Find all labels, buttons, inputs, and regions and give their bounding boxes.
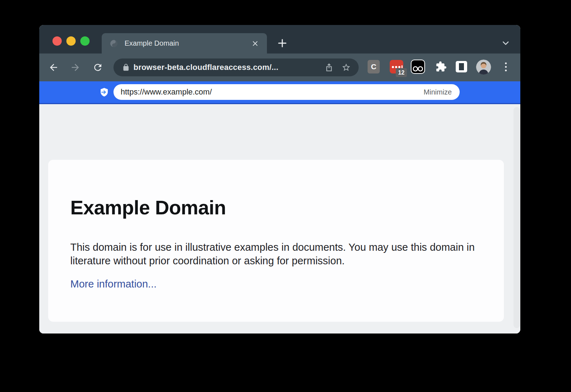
kebab-icon [505,62,507,64]
side-panel-button[interactable] [456,61,467,72]
reload-button[interactable] [92,62,103,73]
browser-menu-button[interactable] [500,60,511,73]
black-circles-extension-button[interactable] [411,60,425,74]
puzzle-icon [435,61,447,72]
extension-c-label: C [371,62,376,71]
forward-button[interactable] [70,62,81,73]
new-tab-button[interactable] [276,37,289,50]
tab-close-icon[interactable] [251,40,259,47]
extension-badge: 12 [396,68,407,77]
address-bar[interactable]: browser-beta.cloudflareaccess.com/... [113,58,359,76]
isolation-address-pill: Minimize [113,84,460,100]
avatar-photo [476,60,491,75]
back-button[interactable] [48,62,59,73]
bookmark-star-icon[interactable] [342,63,351,72]
password-manager-extension-button[interactable]: 12 [390,60,403,73]
page-viewport: Example Domain This domain is for use in… [39,104,520,334]
browser-window: Example Domain [39,25,520,334]
tab-example-domain[interactable]: Example Domain [102,33,267,54]
lock-icon [122,63,130,71]
shield-arrow-icon [99,87,110,98]
page-title: Example Domain [70,196,479,219]
isolation-url-bar: Minimize [39,81,520,104]
more-information-link[interactable]: More information... [70,278,157,290]
profile-avatar[interactable] [476,60,491,75]
page-scrollbar[interactable] [514,107,520,328]
minimize-window-button[interactable] [66,36,76,46]
extensions-button[interactable] [435,60,448,73]
address-bar-url: browser-beta.cloudflareaccess.com/... [133,63,324,72]
close-window-button[interactable] [52,36,62,46]
share-icon[interactable] [324,63,334,72]
tab-search-button[interactable] [499,37,512,50]
page-body-text: This domain is for use in illustrative e… [70,240,479,268]
tab-strip: Example Domain [39,25,520,54]
browser-toolbar: browser-beta.cloudflareaccess.com/... C … [39,54,520,81]
circles-icon [411,60,424,73]
extension-c-button[interactable]: C [368,60,380,73]
tab-title: Example Domain [125,39,251,47]
side-panel-icon [459,63,464,70]
zoom-window-button[interactable] [80,36,90,46]
isolation-url-input[interactable] [121,87,424,97]
traffic-lights [52,36,90,46]
plus-icon [277,38,288,49]
example-domain-card: Example Domain This domain is for use in… [48,160,504,322]
minimize-bar-button[interactable]: Minimize [424,88,452,96]
globe-icon [110,39,118,48]
chevron-down-icon [501,38,511,48]
